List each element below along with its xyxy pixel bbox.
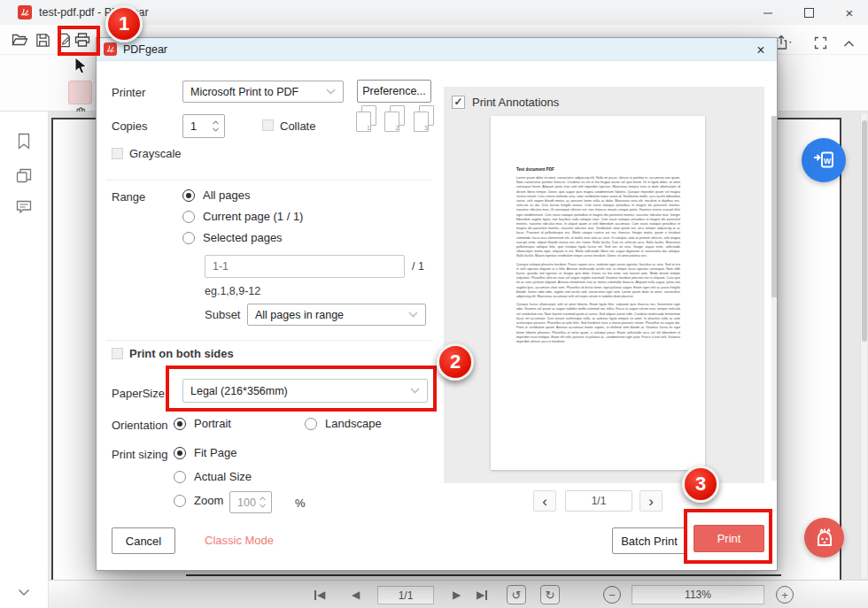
orientation-label: Orientation — [112, 419, 168, 432]
dialog-title: PDFgear — [123, 43, 167, 56]
sidebar-collapse-button[interactable] — [14, 582, 34, 602]
scrollbar-thumb[interactable] — [862, 120, 867, 342]
convert-to-word-button[interactable]: W — [802, 138, 846, 182]
zoom-out-button[interactable]: − — [603, 586, 621, 604]
copies-label: Copies — [112, 119, 147, 133]
collapse-toolbar-button[interactable] — [838, 33, 859, 54]
document-scrollbar[interactable] — [860, 113, 867, 578]
divider — [105, 180, 431, 181]
batch-print-button[interactable]: Batch Print — [612, 527, 686, 554]
print-annotations-checkbox[interactable]: ✓ — [452, 96, 465, 109]
printer-value: Microsoft Print to PDF — [190, 86, 298, 98]
collate-pages-icon: 1 2 3 — [356, 105, 435, 137]
subset-select[interactable]: All pages in range — [247, 304, 426, 326]
first-page-button[interactable]: ◀ — [314, 589, 325, 600]
stepper-arrows[interactable] — [212, 120, 220, 132]
bookmark-icon — [17, 133, 31, 150]
fullscreen-button[interactable] — [810, 32, 831, 53]
preview-page-indicator: 1/1 — [565, 490, 632, 512]
subset-label: Subset — [205, 308, 240, 321]
radio-icon[interactable] — [174, 418, 186, 430]
radio-icon[interactable] — [182, 211, 195, 223]
app-window: test-pdf.pdf - PDFgear × — [0, 0, 868, 608]
thumbnails-panel-button[interactable] — [14, 165, 34, 185]
collate-checkbox[interactable] — [262, 119, 274, 131]
radio-current-page[interactable]: Current page (1 / 1) — [182, 210, 303, 223]
chevron-up-icon — [212, 120, 220, 125]
printer-select[interactable]: Microsoft Print to PDF — [182, 81, 344, 103]
duplex-label: Print on both sides — [129, 347, 234, 360]
copies-stepper[interactable]: 1 — [182, 114, 225, 138]
radio-icon[interactable] — [174, 471, 186, 483]
assistant-robot-button[interactable] — [804, 518, 844, 558]
maximize-button[interactable] — [795, 0, 822, 25]
radio-icon[interactable] — [182, 232, 195, 244]
next-page-button[interactable]: ▶ — [453, 589, 461, 600]
divider — [105, 340, 431, 341]
printer-label: Printer — [112, 86, 145, 99]
pdf-text-underline — [186, 574, 781, 576]
radio-actual-size[interactable]: Actual Size — [174, 470, 252, 483]
dialog-close-button[interactable]: × — [752, 42, 770, 59]
radio-icon[interactable] — [174, 495, 186, 507]
chevron-up-icon — [843, 40, 855, 48]
print-sizing-label: Print sizing — [112, 448, 168, 461]
papersize-label: PaperSize — [112, 387, 165, 400]
rotate-left-button[interactable]: ↺ — [507, 585, 526, 604]
save-button[interactable] — [32, 29, 53, 50]
mouse-cursor — [74, 57, 89, 80]
radio-icon[interactable] — [182, 189, 195, 202]
stepper-arrows[interactable] — [259, 496, 267, 508]
minimize-button[interactable] — [755, 0, 781, 25]
word-convert-icon: W — [810, 147, 837, 173]
select-tool-button[interactable] — [68, 81, 92, 104]
pdfgear-logo-icon — [104, 42, 117, 56]
scrollbar-thumb[interactable] — [771, 116, 777, 297]
zoom-percent-stepper[interactable]: 100 — [229, 491, 272, 513]
grayscale-checkbox[interactable] — [112, 148, 123, 159]
radio-icon[interactable] — [305, 418, 317, 430]
robot-icon — [812, 526, 837, 550]
radio-all-pages[interactable]: All pages — [182, 189, 250, 202]
left-sidebar — [0, 112, 49, 608]
page-indicator[interactable]: 1/1 — [377, 586, 434, 604]
duplex-checkbox[interactable] — [112, 348, 123, 359]
chevron-down-icon — [408, 312, 418, 318]
zoom-level-indicator[interactable]: 113% — [632, 585, 764, 604]
last-page-button[interactable]: ▶ — [477, 589, 487, 600]
preference-button[interactable]: Preference... — [357, 80, 431, 103]
step-badge-3: 3 — [682, 466, 719, 503]
radio-portrait[interactable]: Portrait — [174, 417, 231, 430]
zoom-in-button[interactable]: + — [776, 586, 794, 604]
preview-scrollbar[interactable] — [771, 116, 777, 481]
preview-paragraph: Lorem ipsum dolor sit amet, consectetur … — [516, 176, 680, 259]
print-dialog: PDFgear × Printer Microsoft Print to PDF… — [96, 37, 778, 571]
highlight-rect-papersize — [166, 366, 437, 412]
page-range-input[interactable] — [205, 255, 405, 278]
preview-prev-page-button[interactable]: ‹ — [533, 490, 556, 512]
chevron-down-icon — [259, 504, 267, 508]
classic-mode-link[interactable]: Classic Mode — [205, 534, 274, 547]
radio-landscape[interactable]: Landscape — [305, 417, 382, 430]
pdfgear-logo-icon — [18, 5, 32, 19]
radio-selected-pages[interactable]: Selected pages — [182, 231, 283, 244]
fullscreen-icon — [813, 35, 828, 50]
save-icon — [35, 32, 51, 49]
window-close-button[interactable]: × — [836, 0, 863, 25]
rotate-right-button[interactable]: ↻ — [540, 585, 560, 604]
svg-text:W: W — [824, 157, 832, 165]
preview-paragraph: Quisque volutpat pharetra tincidunt. Fus… — [516, 263, 680, 300]
copies-value: 1 — [190, 120, 197, 133]
comments-panel-button[interactable] — [14, 197, 34, 217]
grayscale-label: Grayscale — [129, 147, 182, 160]
previous-page-button[interactable]: ◀ — [352, 589, 360, 600]
cancel-button[interactable]: Cancel — [112, 527, 175, 554]
zoom-percent-unit: % — [295, 496, 306, 510]
radio-fit-page[interactable]: Fit Page — [174, 446, 236, 459]
preview-next-page-button[interactable]: › — [639, 490, 663, 512]
radio-zoom[interactable]: Zoom — [174, 494, 223, 507]
bookmarks-panel-button[interactable] — [14, 131, 34, 150]
open-file-button[interactable] — [9, 29, 30, 50]
collate-label: Collate — [280, 119, 315, 133]
radio-icon[interactable] — [174, 447, 186, 459]
